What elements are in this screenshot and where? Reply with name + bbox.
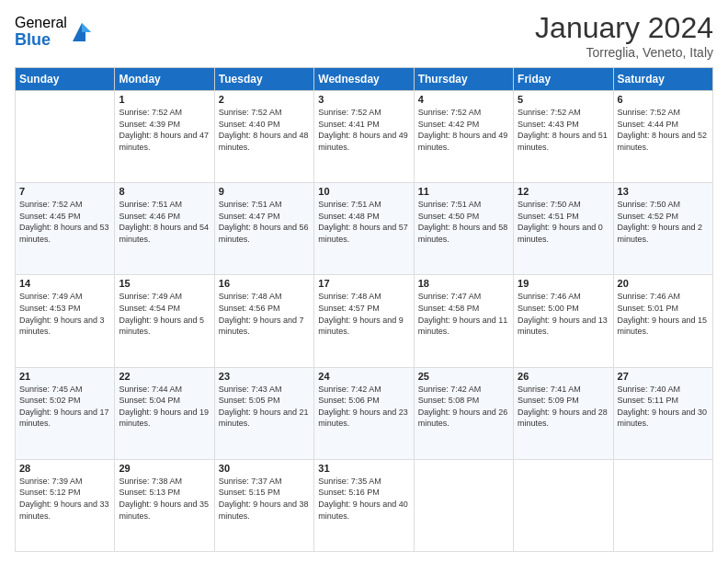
sunrise-text: Sunrise: 7:47 AM <box>418 292 482 301</box>
sunrise-text: Sunrise: 7:51 AM <box>119 200 182 209</box>
table-row: 28 Sunrise: 7:39 AM Sunset: 5:12 PM Dayl… <box>16 459 115 551</box>
table-row <box>613 459 712 551</box>
table-row: 27 Sunrise: 7:40 AM Sunset: 5:11 PM Dayl… <box>613 367 712 459</box>
daylight-text: Daylight: 8 hours and 51 minutes. <box>518 131 608 152</box>
daylight-text: Daylight: 9 hours and 21 minutes. <box>219 408 309 429</box>
daylight-text: Daylight: 9 hours and 23 minutes. <box>318 408 408 429</box>
day-info: Sunrise: 7:51 AM Sunset: 4:47 PM Dayligh… <box>219 199 310 245</box>
day-info: Sunrise: 7:38 AM Sunset: 5:13 PM Dayligh… <box>119 476 210 522</box>
day-number: 19 <box>518 278 609 289</box>
sunrise-text: Sunrise: 7:48 AM <box>318 292 381 301</box>
sunrise-text: Sunrise: 7:42 AM <box>318 385 381 394</box>
day-number: 14 <box>19 278 110 289</box>
day-number: 6 <box>618 94 709 105</box>
sunrise-text: Sunrise: 7:46 AM <box>518 292 581 301</box>
sunset-text: Sunset: 4:52 PM <box>618 212 679 221</box>
day-number: 23 <box>219 371 310 382</box>
day-number: 18 <box>418 278 509 289</box>
day-number: 15 <box>119 278 210 289</box>
table-row: 30 Sunrise: 7:37 AM Sunset: 5:15 PM Dayl… <box>214 459 313 551</box>
sunset-text: Sunset: 4:47 PM <box>219 212 280 221</box>
table-row <box>16 91 115 183</box>
daylight-text: Daylight: 9 hours and 13 minutes. <box>518 316 608 337</box>
sunset-text: Sunset: 4:46 PM <box>119 212 180 221</box>
table-row: 11 Sunrise: 7:51 AM Sunset: 4:50 PM Dayl… <box>414 183 513 275</box>
table-row: 19 Sunrise: 7:46 AM Sunset: 5:00 PM Dayl… <box>514 275 613 367</box>
daylight-text: Daylight: 9 hours and 30 minutes. <box>618 408 708 429</box>
sunset-text: Sunset: 5:06 PM <box>318 396 380 405</box>
day-number: 21 <box>19 371 110 382</box>
day-info: Sunrise: 7:49 AM Sunset: 4:54 PM Dayligh… <box>119 291 210 337</box>
day-number: 8 <box>119 186 210 197</box>
day-info: Sunrise: 7:52 AM Sunset: 4:41 PM Dayligh… <box>318 107 409 153</box>
day-info: Sunrise: 7:46 AM Sunset: 5:00 PM Dayligh… <box>518 291 609 337</box>
sunrise-text: Sunrise: 7:49 AM <box>19 292 83 301</box>
table-row: 29 Sunrise: 7:38 AM Sunset: 5:13 PM Dayl… <box>115 459 214 551</box>
daylight-text: Daylight: 8 hours and 52 minutes. <box>618 131 708 152</box>
logo-text: General Blue <box>15 15 67 49</box>
daylight-text: Daylight: 9 hours and 5 minutes. <box>119 316 204 337</box>
day-info: Sunrise: 7:43 AM Sunset: 5:05 PM Dayligh… <box>219 384 310 430</box>
day-number: 13 <box>618 186 709 197</box>
daylight-text: Daylight: 8 hours and 58 minutes. <box>418 223 508 244</box>
table-row: 21 Sunrise: 7:45 AM Sunset: 5:02 PM Dayl… <box>16 367 115 459</box>
table-row <box>514 459 613 551</box>
day-info: Sunrise: 7:42 AM Sunset: 5:08 PM Dayligh… <box>418 384 509 430</box>
page: General Blue January 2024 Torreglia, Ven… <box>0 0 728 563</box>
sunset-text: Sunset: 4:58 PM <box>418 304 480 313</box>
table-row: 26 Sunrise: 7:41 AM Sunset: 5:09 PM Dayl… <box>514 367 613 459</box>
table-row: 4 Sunrise: 7:52 AM Sunset: 4:42 PM Dayli… <box>414 91 513 183</box>
daylight-text: Daylight: 8 hours and 49 minutes. <box>418 131 508 152</box>
day-number: 12 <box>518 186 609 197</box>
table-row: 18 Sunrise: 7:47 AM Sunset: 4:58 PM Dayl… <box>414 275 513 367</box>
sunset-text: Sunset: 4:39 PM <box>119 120 180 129</box>
daylight-text: Daylight: 9 hours and 35 minutes. <box>119 500 209 521</box>
day-info: Sunrise: 7:52 AM Sunset: 4:44 PM Dayligh… <box>618 107 709 153</box>
sunrise-text: Sunrise: 7:45 AM <box>19 385 83 394</box>
col-sunday: Sunday <box>16 68 115 91</box>
table-row: 3 Sunrise: 7:52 AM Sunset: 4:41 PM Dayli… <box>314 91 414 183</box>
day-info: Sunrise: 7:46 AM Sunset: 5:01 PM Dayligh… <box>618 291 709 337</box>
sunrise-text: Sunrise: 7:52 AM <box>318 108 381 117</box>
table-row: 17 Sunrise: 7:48 AM Sunset: 4:57 PM Dayl… <box>314 275 414 367</box>
svg-marker-1 <box>82 23 91 32</box>
day-info: Sunrise: 7:48 AM Sunset: 4:56 PM Dayligh… <box>219 291 310 337</box>
day-info: Sunrise: 7:48 AM Sunset: 4:57 PM Dayligh… <box>318 291 409 337</box>
sunrise-text: Sunrise: 7:44 AM <box>119 385 182 394</box>
sunrise-text: Sunrise: 7:52 AM <box>19 200 83 209</box>
sunset-text: Sunset: 5:15 PM <box>219 488 280 497</box>
day-number: 1 <box>119 94 210 105</box>
col-tuesday: Tuesday <box>214 68 313 91</box>
col-friday: Friday <box>514 68 613 91</box>
table-row: 7 Sunrise: 7:52 AM Sunset: 4:45 PM Dayli… <box>16 183 115 275</box>
table-row: 2 Sunrise: 7:52 AM Sunset: 4:40 PM Dayli… <box>214 91 313 183</box>
day-info: Sunrise: 7:51 AM Sunset: 4:46 PM Dayligh… <box>119 199 210 245</box>
day-number: 28 <box>19 463 110 474</box>
sunrise-text: Sunrise: 7:46 AM <box>618 292 681 301</box>
sunset-text: Sunset: 5:12 PM <box>19 488 81 497</box>
sunrise-text: Sunrise: 7:51 AM <box>219 200 282 209</box>
day-number: 29 <box>119 463 210 474</box>
day-info: Sunrise: 7:47 AM Sunset: 4:58 PM Dayligh… <box>418 291 509 337</box>
day-number: 7 <box>19 186 110 197</box>
sunset-text: Sunset: 4:51 PM <box>518 212 579 221</box>
day-number: 22 <box>119 371 210 382</box>
sunset-text: Sunset: 5:02 PM <box>19 396 81 405</box>
day-number: 5 <box>518 94 609 105</box>
table-row: 31 Sunrise: 7:35 AM Sunset: 5:16 PM Dayl… <box>314 459 414 551</box>
title-block: January 2024 Torreglia, Veneto, Italy <box>535 11 713 60</box>
col-monday: Monday <box>115 68 214 91</box>
day-info: Sunrise: 7:52 AM Sunset: 4:39 PM Dayligh… <box>119 107 210 153</box>
daylight-text: Daylight: 9 hours and 7 minutes. <box>219 316 304 337</box>
header: General Blue January 2024 Torreglia, Ven… <box>15 11 713 60</box>
day-number: 4 <box>418 94 509 105</box>
table-row: 5 Sunrise: 7:52 AM Sunset: 4:43 PM Dayli… <box>514 91 613 183</box>
logo-icon <box>69 19 95 45</box>
table-row: 13 Sunrise: 7:50 AM Sunset: 4:52 PM Dayl… <box>613 183 712 275</box>
sunrise-text: Sunrise: 7:49 AM <box>119 292 182 301</box>
daylight-text: Daylight: 9 hours and 17 minutes. <box>19 408 109 429</box>
day-number: 3 <box>318 94 409 105</box>
calendar-table: Sunday Monday Tuesday Wednesday Thursday… <box>15 67 713 552</box>
sunset-text: Sunset: 4:40 PM <box>219 120 280 129</box>
sunrise-text: Sunrise: 7:35 AM <box>318 477 381 486</box>
